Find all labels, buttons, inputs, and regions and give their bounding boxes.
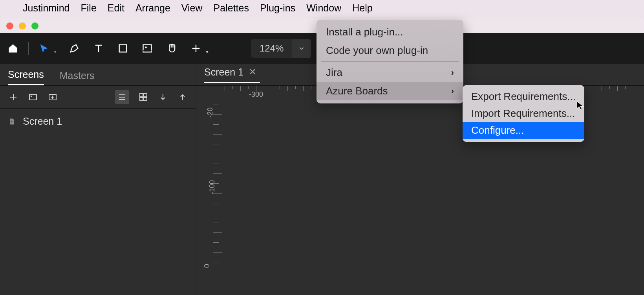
tab-masters[interactable]: Masters	[60, 70, 95, 85]
menu-item-code-plugin[interactable]: Code your own plug-in	[317, 41, 463, 60]
left-panel-tabs: Screens Masters	[0, 64, 196, 86]
add-tool-icon[interactable]	[189, 42, 203, 55]
toolbar-separator	[28, 42, 29, 55]
zoom-value[interactable]: 124%	[251, 43, 292, 54]
canvas-tab[interactable]: Screen 1 ✕	[204, 66, 260, 83]
submenu-item-configure[interactable]: Configure...	[463, 122, 584, 139]
svg-point-4	[31, 96, 32, 97]
text-tool-icon[interactable]	[92, 42, 105, 55]
menu-item-label: Code your own plug-in	[326, 44, 428, 57]
chevron-right-icon: ›	[451, 68, 454, 78]
svg-rect-0	[119, 45, 127, 52]
list-view-icon[interactable]	[115, 90, 129, 104]
menu-item-jira[interactable]: Jira ›	[317, 63, 463, 82]
left-panel-toolbar	[0, 86, 196, 109]
ruler-v-label-a: -20	[206, 107, 214, 118]
close-icon[interactable]: ✕	[249, 67, 256, 77]
window-zoom-button[interactable]	[31, 22, 38, 30]
sort-up-icon[interactable]	[177, 92, 188, 103]
menu-item-label: Azure Boards	[326, 85, 388, 97]
canvas-tab-label: Screen 1	[204, 66, 243, 78]
ruler-v-label-c: 0	[203, 264, 211, 268]
home-icon[interactable]	[6, 42, 20, 55]
submenu-item-import-requirements[interactable]: Import Requirements...	[463, 105, 584, 122]
pen-tool-icon[interactable]	[68, 42, 81, 55]
menu-help[interactable]: Help	[352, 2, 372, 14]
svg-rect-6	[140, 94, 143, 97]
plugins-menu-popup: Install a plug-in... Code your own plug-…	[317, 20, 463, 103]
submenu-item-export-requirements[interactable]: Export Requirements...	[463, 88, 584, 105]
rectangle-tool-icon[interactable]	[116, 42, 130, 55]
grid-view-icon[interactable]	[138, 92, 149, 103]
svg-rect-8	[140, 98, 143, 101]
menu-file[interactable]: File	[81, 2, 97, 14]
menu-palettes[interactable]: Palettes	[214, 2, 249, 14]
screen-item-label: Screen 1	[23, 116, 62, 127]
menu-plugins[interactable]: Plug-ins	[260, 2, 295, 14]
svg-rect-9	[144, 98, 147, 101]
menu-separator	[321, 61, 459, 62]
menu-window[interactable]: Window	[306, 2, 341, 14]
menu-arrange[interactable]: Arrange	[135, 2, 170, 14]
svg-rect-3	[29, 94, 37, 100]
chevron-right-icon: ›	[451, 86, 454, 96]
macos-menubar: Justinmind File Edit Arrange View Palett…	[0, 0, 644, 16]
screen-file-icon	[8, 118, 16, 125]
menu-item-label: Jira	[326, 66, 342, 79]
menu-item-label: Install a plug-in...	[326, 26, 403, 38]
svg-rect-7	[144, 94, 147, 97]
azure-submenu-popup: Export Requirements... Import Requiremen…	[463, 85, 584, 142]
sort-down-icon[interactable]	[157, 92, 168, 103]
window-close-button[interactable]	[6, 22, 13, 30]
menu-view[interactable]: View	[181, 2, 203, 14]
svg-rect-1	[143, 45, 152, 52]
add-image-icon[interactable]	[27, 92, 38, 103]
zoom-caret-icon[interactable]	[292, 39, 311, 58]
select-tool-icon[interactable]	[37, 42, 51, 55]
add-tool-caret-icon[interactable]: ▾	[206, 48, 209, 55]
cursor-icon	[576, 101, 586, 111]
window-minimize-button[interactable]	[19, 22, 26, 30]
ruler-vertical: -20 -100 0	[205, 97, 221, 295]
menu-item-azure-boards[interactable]: Azure Boards ›	[317, 82, 463, 100]
app-menu[interactable]: Justinmind	[23, 2, 70, 14]
add-screen-icon[interactable]	[8, 92, 19, 103]
left-panel: Screens Masters Screen 1	[0, 64, 196, 295]
list-item[interactable]: Screen 1	[0, 112, 196, 130]
ruler-v-label-b: -100	[208, 180, 216, 194]
menu-edit[interactable]: Edit	[108, 2, 124, 14]
add-folder-icon[interactable]	[47, 92, 58, 103]
image-tool-icon[interactable]	[141, 42, 154, 55]
menu-item-install-plugin[interactable]: Install a plug-in...	[317, 23, 463, 41]
tab-screens[interactable]: Screens	[8, 69, 44, 85]
select-tool-caret-icon[interactable]: ▾	[54, 48, 57, 55]
hand-tool-icon[interactable]	[165, 42, 178, 55]
screens-list: Screen 1	[0, 109, 196, 134]
zoom-control: 124%	[251, 39, 311, 58]
ruler-h-label: -300	[249, 90, 263, 99]
